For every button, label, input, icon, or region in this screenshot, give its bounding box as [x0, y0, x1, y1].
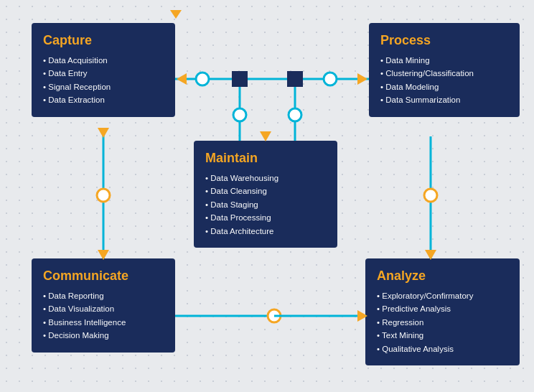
- left-mid-circle: [233, 108, 246, 121]
- process-item-2: Clustering/Classification: [380, 67, 508, 80]
- maintain-down-arrow: [260, 131, 271, 141]
- analyze-item-2: Predictive Analysis: [377, 302, 508, 315]
- top-right-circle: [324, 73, 337, 85]
- process-item-4: Data Summarization: [380, 93, 508, 106]
- maintain-item-5: Data Architecture: [205, 225, 326, 238]
- maintain-item-2: Data Cleansing: [205, 185, 326, 197]
- top-right-square: [287, 71, 303, 87]
- communicate-item-3: Business Intelligence: [43, 316, 164, 329]
- communicate-title: Communicate: [43, 269, 164, 284]
- bottom-yellow-circle: [268, 309, 281, 322]
- top-left-circle: [196, 73, 209, 85]
- analyze-item-1: Exploratory/Confirmatory: [377, 289, 508, 302]
- maintain-item-1: Data Warehousing: [205, 172, 326, 185]
- process-item-1: Data Mining: [380, 54, 508, 67]
- process-item-3: Data Modeling: [380, 80, 508, 93]
- process-title: Process: [380, 33, 508, 48]
- communicate-item-2: Data Visualization: [43, 302, 164, 315]
- analyze-item-5: Qualitative Analysis: [377, 342, 508, 355]
- capture-box: Capture Data Acquisition Data Entry Sign…: [32, 23, 175, 117]
- communicate-item-4: Decision Making: [43, 329, 164, 342]
- communicate-list: Data Reporting Data Visualization Busine…: [43, 289, 164, 342]
- capture-item-4: Data Extraction: [43, 93, 164, 106]
- process-box: Process Data Mining Clustering/Classific…: [369, 23, 520, 117]
- capture-list: Data Acquisition Data Entry Signal Recep…: [43, 54, 164, 107]
- process-list: Data Mining Clustering/Classification Da…: [380, 54, 508, 107]
- capture-item-2: Data Entry: [43, 67, 164, 80]
- capture-item-3: Signal Reception: [43, 80, 164, 93]
- analyze-item-3: Regression: [377, 316, 508, 329]
- analyze-item-4: Text Mining: [377, 329, 508, 342]
- right-yellow-circle: [424, 189, 437, 202]
- maintain-list: Data Warehousing Data Cleansing Data Sta…: [205, 172, 326, 238]
- process-right-arrow: [357, 73, 367, 85]
- analyze-box: Analyze Exploratory/Confirmatory Predict…: [365, 258, 520, 365]
- left-yellow-circle: [97, 189, 110, 202]
- analyze-list: Exploratory/Confirmatory Predictive Anal…: [377, 289, 508, 355]
- capture-right-arrow: [177, 73, 187, 85]
- maintain-item-4: Data Processing: [205, 211, 326, 224]
- capture-down-arrow: [98, 128, 109, 138]
- communicate-item-1: Data Reporting: [43, 289, 164, 302]
- capture-top-arrow: [170, 10, 182, 19]
- capture-item-1: Data Acquisition: [43, 54, 164, 67]
- maintain-title: Maintain: [205, 151, 326, 166]
- right-mid-circle: [289, 108, 301, 121]
- analyze-title: Analyze: [377, 269, 508, 284]
- capture-title: Capture: [43, 33, 164, 48]
- top-left-square: [232, 71, 248, 87]
- maintain-item-3: Data Staging: [205, 198, 326, 211]
- communicate-box: Communicate Data Reporting Data Visualiz…: [32, 258, 175, 353]
- maintain-box: Maintain Data Warehousing Data Cleansing…: [194, 141, 337, 248]
